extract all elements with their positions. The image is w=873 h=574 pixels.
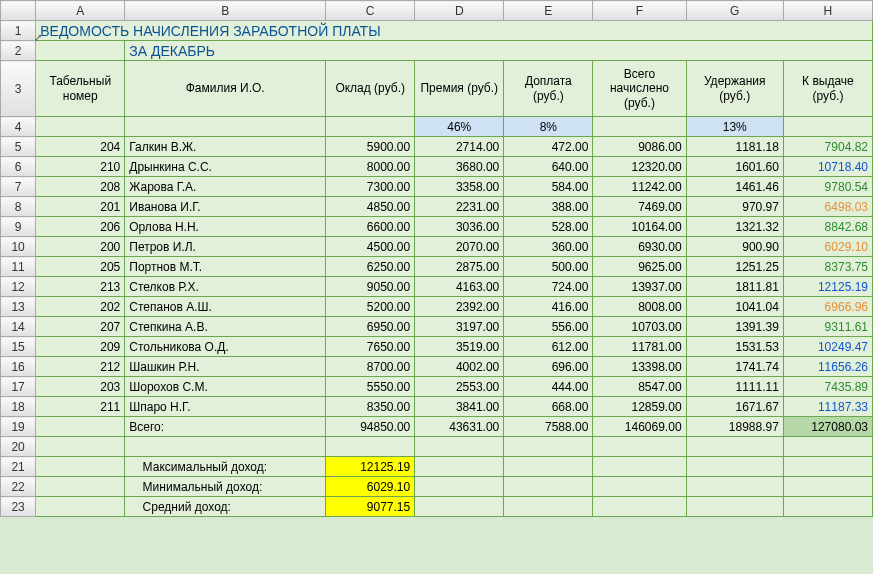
cell-E7[interactable]: 584.00 bbox=[504, 177, 593, 197]
cell-r22c4[interactable] bbox=[504, 477, 593, 497]
cell-A23[interactable] bbox=[36, 497, 125, 517]
cell-A11[interactable]: 205 bbox=[36, 257, 125, 277]
cell-G17[interactable]: 1111.11 bbox=[686, 377, 783, 397]
cell-H5[interactable]: 7904.82 bbox=[783, 137, 872, 157]
cell-G9[interactable]: 1321.32 bbox=[686, 217, 783, 237]
stat-value-21[interactable]: 12125.19 bbox=[326, 457, 415, 477]
cell-r23c5[interactable] bbox=[593, 497, 686, 517]
col-header-E[interactable]: E bbox=[504, 1, 593, 21]
row-header-7[interactable]: 7 bbox=[1, 177, 36, 197]
row-header-14[interactable]: 14 bbox=[1, 317, 36, 337]
row-header-13[interactable]: 13 bbox=[1, 297, 36, 317]
col-header-D[interactable]: D bbox=[415, 1, 504, 21]
cell-H13[interactable]: 6966.96 bbox=[783, 297, 872, 317]
header-C[interactable]: Оклад (руб.) bbox=[326, 61, 415, 117]
cell-D15[interactable]: 3519.00 bbox=[415, 337, 504, 357]
cell-G6[interactable]: 1601.60 bbox=[686, 157, 783, 177]
row-header-16[interactable]: 16 bbox=[1, 357, 36, 377]
cell-A18[interactable]: 211 bbox=[36, 397, 125, 417]
cell-E6[interactable]: 640.00 bbox=[504, 157, 593, 177]
row-header-15[interactable]: 15 bbox=[1, 337, 36, 357]
cell-H12[interactable]: 12125.19 bbox=[783, 277, 872, 297]
cell-C14[interactable]: 6950.00 bbox=[326, 317, 415, 337]
header-E[interactable]: Доплата (руб.) bbox=[504, 61, 593, 117]
cell-B7[interactable]: Жарова Г.А. bbox=[125, 177, 326, 197]
cell-r21c5[interactable] bbox=[593, 457, 686, 477]
cell-A8[interactable]: 201 bbox=[36, 197, 125, 217]
cell-F14[interactable]: 10703.00 bbox=[593, 317, 686, 337]
cell-G14[interactable]: 1391.39 bbox=[686, 317, 783, 337]
cell-C16[interactable]: 8700.00 bbox=[326, 357, 415, 377]
cell-D14[interactable]: 3197.00 bbox=[415, 317, 504, 337]
cell-C12[interactable]: 9050.00 bbox=[326, 277, 415, 297]
cell-r22c3[interactable] bbox=[415, 477, 504, 497]
cell-G8[interactable]: 970.97 bbox=[686, 197, 783, 217]
cell-B17[interactable]: Шорохов С.М. bbox=[125, 377, 326, 397]
cell-r20c1[interactable] bbox=[125, 437, 326, 457]
cell-r20c5[interactable] bbox=[593, 437, 686, 457]
cell-G5[interactable]: 1181.18 bbox=[686, 137, 783, 157]
cell-B6[interactable]: Дрынкина С.С. bbox=[125, 157, 326, 177]
cell-B18[interactable]: Шпаро Н.Г. bbox=[125, 397, 326, 417]
row-header-9[interactable]: 9 bbox=[1, 217, 36, 237]
stat-label-23[interactable]: Средний доход: bbox=[125, 497, 326, 517]
cell-r23c3[interactable] bbox=[415, 497, 504, 517]
cell-B10[interactable]: Петров И.Л. bbox=[125, 237, 326, 257]
percent-D[interactable]: 46% bbox=[415, 117, 504, 137]
cell-H11[interactable]: 8373.75 bbox=[783, 257, 872, 277]
cell-B12[interactable]: Стелков Р.Х. bbox=[125, 277, 326, 297]
cell-B11[interactable]: Портнов М.Т. bbox=[125, 257, 326, 277]
cell-D16[interactable]: 4002.00 bbox=[415, 357, 504, 377]
cell-G10[interactable]: 900.90 bbox=[686, 237, 783, 257]
cell-F9[interactable]: 10164.00 bbox=[593, 217, 686, 237]
cell-B15[interactable]: Стольникова О.Д. bbox=[125, 337, 326, 357]
cell-H9[interactable]: 8842.68 bbox=[783, 217, 872, 237]
cell-E11[interactable]: 500.00 bbox=[504, 257, 593, 277]
cell-F8[interactable]: 7469.00 bbox=[593, 197, 686, 217]
row-header-17[interactable]: 17 bbox=[1, 377, 36, 397]
col-header-F[interactable]: F bbox=[593, 1, 686, 21]
cell-r21c6[interactable] bbox=[686, 457, 783, 477]
cell-C8[interactable]: 4850.00 bbox=[326, 197, 415, 217]
totals-hold[interactable]: 18988.97 bbox=[686, 417, 783, 437]
cell-G18[interactable]: 1671.67 bbox=[686, 397, 783, 417]
cell-H16[interactable]: 11656.26 bbox=[783, 357, 872, 377]
row-header-10[interactable]: 10 bbox=[1, 237, 36, 257]
cell-r22c5[interactable] bbox=[593, 477, 686, 497]
cell-C15[interactable]: 7650.00 bbox=[326, 337, 415, 357]
col-header-H[interactable]: H bbox=[783, 1, 872, 21]
cell-G13[interactable]: 1041.04 bbox=[686, 297, 783, 317]
cell-E15[interactable]: 612.00 bbox=[504, 337, 593, 357]
cell-H6[interactable]: 10718.40 bbox=[783, 157, 872, 177]
totals-prem[interactable]: 43631.00 bbox=[415, 417, 504, 437]
header-F[interactable]: Всего начислено (руб.) bbox=[593, 61, 686, 117]
cell-A5[interactable]: 204 bbox=[36, 137, 125, 157]
row-header-3[interactable]: 3 bbox=[1, 61, 36, 117]
cell-r22c6[interactable] bbox=[686, 477, 783, 497]
cell-C17[interactable]: 5550.00 bbox=[326, 377, 415, 397]
cell-B13[interactable]: Степанов А.Ш. bbox=[125, 297, 326, 317]
cell-A7[interactable]: 208 bbox=[36, 177, 125, 197]
title-sub[interactable]: ЗА ДЕКАБРЬ bbox=[125, 41, 873, 61]
cell-r21c3[interactable] bbox=[415, 457, 504, 477]
cell-A12[interactable]: 213 bbox=[36, 277, 125, 297]
cell-D10[interactable]: 2070.00 bbox=[415, 237, 504, 257]
cell-G12[interactable]: 1811.81 bbox=[686, 277, 783, 297]
cell-E13[interactable]: 416.00 bbox=[504, 297, 593, 317]
header-H[interactable]: К выдаче (руб.) bbox=[783, 61, 872, 117]
col-header-B[interactable]: B bbox=[125, 1, 326, 21]
cell-F4[interactable] bbox=[593, 117, 686, 137]
cell-D18[interactable]: 3841.00 bbox=[415, 397, 504, 417]
cell-A21[interactable] bbox=[36, 457, 125, 477]
row-header-11[interactable]: 11 bbox=[1, 257, 36, 277]
row-header-8[interactable]: 8 bbox=[1, 197, 36, 217]
cell-B16[interactable]: Шашкин Р.Н. bbox=[125, 357, 326, 377]
cell-G7[interactable]: 1461.46 bbox=[686, 177, 783, 197]
cell-H4[interactable] bbox=[783, 117, 872, 137]
cell-r21c7[interactable] bbox=[783, 457, 872, 477]
cell-F13[interactable]: 8008.00 bbox=[593, 297, 686, 317]
cell-D17[interactable]: 2553.00 bbox=[415, 377, 504, 397]
row-header-5[interactable]: 5 bbox=[1, 137, 36, 157]
cell-A10[interactable]: 200 bbox=[36, 237, 125, 257]
cell-H7[interactable]: 9780.54 bbox=[783, 177, 872, 197]
